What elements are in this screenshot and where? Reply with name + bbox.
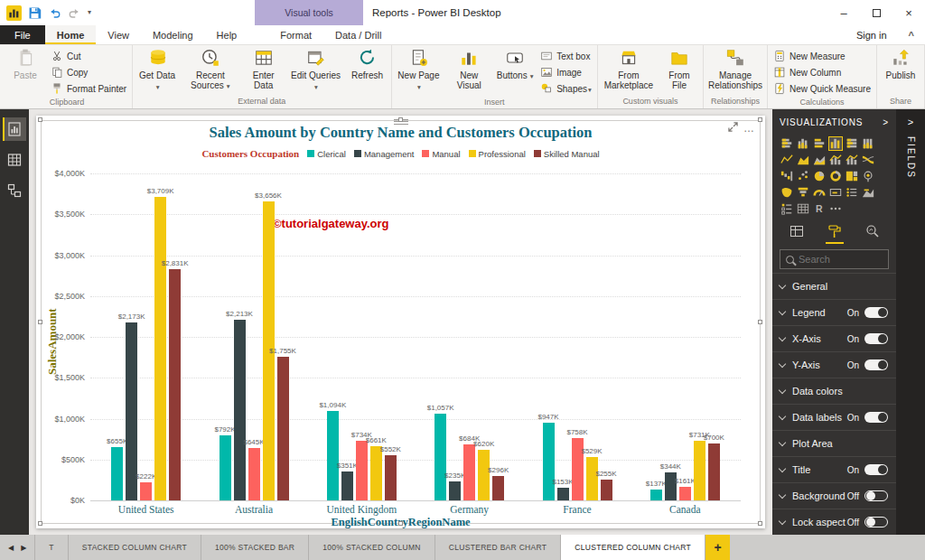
recent-sources-button[interactable]: Recent Sources ▾ (182, 46, 239, 96)
close-button[interactable]: × (892, 0, 925, 25)
line-and-stacked-column-chart-icon[interactable] (828, 153, 843, 167)
bar-manual[interactable] (248, 448, 260, 500)
from-file-button[interactable]: From File (659, 46, 700, 96)
tab-format[interactable]: Format (268, 25, 323, 44)
page-tab[interactable]: 100% STACKED COLUMN (309, 535, 435, 560)
bar-skilled-manual[interactable] (169, 269, 181, 500)
bar-professional[interactable] (586, 457, 598, 500)
page-tab[interactable]: CLUSTERED BAR CHART (435, 535, 562, 560)
format-section-x-axis[interactable]: X-AxisOn (772, 326, 896, 352)
resize-handle[interactable] (758, 320, 762, 324)
redo-button[interactable] (68, 6, 81, 20)
data-view-button[interactable] (3, 148, 26, 172)
table-icon[interactable] (796, 201, 810, 216)
model-view-button[interactable] (3, 179, 26, 202)
more-options-icon[interactable] (828, 201, 843, 216)
format-section-legend[interactable]: LegendOn (772, 300, 896, 326)
bar-professional[interactable] (694, 441, 705, 500)
image-button[interactable]: Image (537, 65, 594, 80)
new-measure-button[interactable]: New Measure (771, 49, 874, 64)
bar-management[interactable] (557, 488, 569, 500)
format-section-data-labels[interactable]: Data labelsOn (772, 405, 896, 431)
collapse-panel-icon[interactable]: > (883, 117, 889, 127)
legend-item[interactable]: Skilled Manual (534, 149, 600, 159)
format-section-lock-aspect[interactable]: Lock aspectOff (772, 509, 896, 535)
new-visual-button[interactable]: New Visual (445, 46, 492, 97)
resize-handle[interactable] (398, 521, 403, 526)
multi-row-card-icon[interactable] (845, 185, 859, 200)
slicer-icon[interactable] (780, 201, 794, 216)
bar-clerical[interactable] (650, 490, 662, 500)
tab-help[interactable]: Help (205, 25, 249, 44)
report-page[interactable]: … Sales Amount by Country Name and Custo… (36, 116, 765, 528)
bar-clerical[interactable] (543, 423, 555, 500)
undo-button[interactable] (48, 6, 61, 20)
search-input[interactable] (799, 254, 883, 265)
edit-queries-button[interactable]: Edit Queries ▾ (287, 46, 344, 96)
manage-relationships-button[interactable]: Manage Relationships (706, 46, 764, 96)
bar-manual[interactable] (140, 482, 152, 500)
bar-manual[interactable] (463, 444, 475, 500)
add-page-button[interactable]: + (705, 535, 730, 560)
resize-handle[interactable] (758, 117, 762, 122)
toggle-switch[interactable] (864, 359, 888, 370)
tab-format-icon[interactable] (826, 222, 844, 244)
bar-clerical[interactable] (111, 447, 123, 500)
new-quick-measure-button[interactable]: New Quick Measure (771, 81, 874, 97)
bar-clerical[interactable] (327, 411, 339, 500)
toggle-switch[interactable] (864, 517, 888, 527)
legend-item[interactable]: Manual (422, 149, 460, 159)
100-stacked-column-chart-icon[interactable] (861, 136, 875, 151)
ribbon-chart-icon[interactable] (861, 153, 875, 167)
tab-fields-icon[interactable] (788, 222, 806, 244)
stacked-bar-chart-icon[interactable] (780, 136, 794, 151)
legend-item[interactable]: Clerical (307, 149, 346, 159)
card-icon[interactable] (828, 185, 843, 200)
sign-in-button[interactable]: Sign in (846, 25, 898, 44)
stacked-area-chart-icon[interactable] (812, 153, 827, 167)
get-data-button[interactable]: Get Data ▾ (135, 46, 180, 96)
format-painter-button[interactable]: Format Painter (48, 81, 129, 97)
minimize-button[interactable]: – (827, 0, 860, 25)
bar-management[interactable] (341, 471, 353, 500)
refresh-button[interactable]: Refresh (347, 46, 388, 96)
bar-manual[interactable] (679, 487, 691, 500)
100-stacked-bar-chart-icon[interactable] (845, 136, 859, 151)
cut-button[interactable]: Cut (48, 49, 129, 64)
paste-button[interactable]: Paste (5, 46, 46, 97)
next-page-icon[interactable]: ▶ (21, 544, 26, 552)
bar-management[interactable] (449, 481, 461, 500)
bar-professional[interactable] (154, 197, 166, 500)
text-box-button[interactable]: Text box (537, 49, 594, 64)
bar-skilled-manual[interactable] (601, 480, 612, 500)
line-chart-icon[interactable] (780, 153, 794, 167)
bar-clerical[interactable] (434, 414, 446, 500)
stacked-column-chart-icon[interactable] (796, 136, 810, 151)
tab-data-drill[interactable]: Data / Drill (323, 25, 393, 44)
legend-item[interactable]: Professional (469, 149, 526, 159)
clustered-bar-chart-icon[interactable] (812, 136, 827, 151)
maximize-button[interactable] (860, 0, 892, 25)
resize-handle[interactable] (758, 521, 762, 526)
toggle-switch[interactable] (864, 412, 888, 423)
format-section-plot-area[interactable]: Plot Area (772, 431, 896, 457)
pie-chart-icon[interactable] (812, 169, 827, 183)
tab-view[interactable]: View (96, 25, 141, 44)
filled-map-icon[interactable] (780, 185, 794, 200)
toggle-switch[interactable] (864, 307, 888, 318)
report-view-button[interactable] (3, 117, 26, 141)
bar-manual[interactable] (356, 441, 368, 500)
r-script-icon[interactable]: R (812, 201, 827, 216)
publish-button[interactable]: Publish (880, 46, 921, 96)
line-and-clustered-column-chart-icon[interactable] (845, 153, 859, 167)
gauge-icon[interactable] (812, 185, 827, 200)
copy-button[interactable]: Copy (48, 65, 129, 80)
resize-handle[interactable] (38, 521, 42, 526)
donut-chart-icon[interactable] (828, 169, 843, 183)
scatter-chart-icon[interactable] (796, 169, 810, 183)
buttons-button[interactable]: Buttons ▾ (494, 46, 536, 97)
format-section-general[interactable]: General (772, 274, 896, 300)
resize-handle[interactable] (38, 117, 42, 122)
page-tab[interactable]: T (34, 535, 69, 560)
area-chart-icon[interactable] (796, 153, 810, 167)
